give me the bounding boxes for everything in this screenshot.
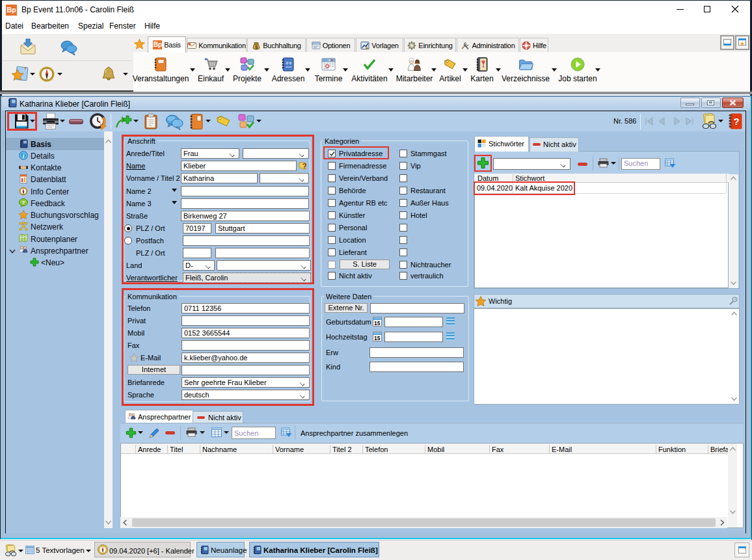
svg-text:?: ? — [302, 162, 307, 170]
svg-text:$: $ — [255, 44, 258, 49]
svg-text:?: ? — [733, 116, 739, 127]
svg-text:i: i — [23, 153, 25, 159]
svg-text:?: ? — [22, 200, 25, 206]
